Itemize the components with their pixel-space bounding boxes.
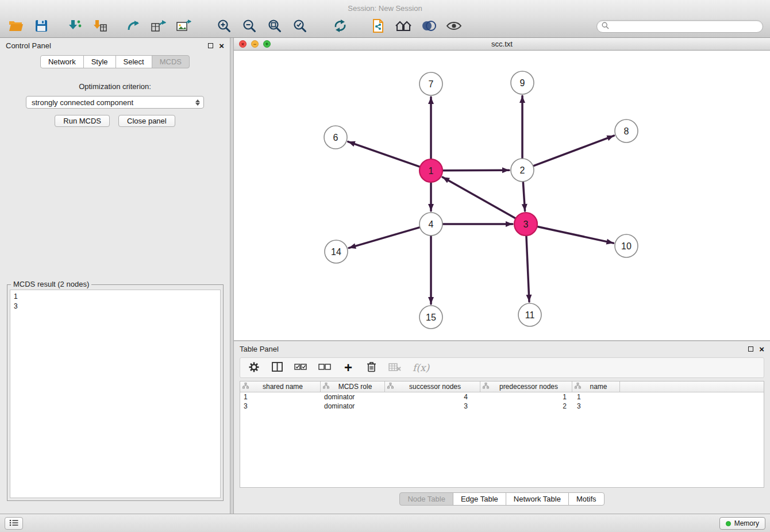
control-panel: Control Panel × NetworkStyleSelectMCDS O… <box>0 38 230 514</box>
node-table[interactable]: shared nameMCDS rolesuccessor nodesprede… <box>240 381 764 488</box>
table-row[interactable]: 3dominator323 <box>240 402 764 411</box>
tab-edge-table[interactable]: Edge Table <box>453 492 506 506</box>
graph-node-label-7: 7 <box>429 79 434 89</box>
tab-motifs[interactable]: Motifs <box>568 492 605 506</box>
graph-node-label-1: 1 <box>429 166 434 176</box>
table-cell: 3 <box>385 402 480 411</box>
image-export-icon <box>176 20 191 34</box>
run-mcds-button[interactable]: Run MCDS <box>55 115 110 127</box>
graph-edge-3-11[interactable] <box>526 236 529 302</box>
zoom-in-button[interactable] <box>214 18 234 36</box>
memory-button[interactable]: Memory <box>719 517 765 530</box>
tab-select[interactable]: Select <box>116 55 152 68</box>
main-toolbar <box>0 16 770 38</box>
export-image-button[interactable] <box>174 18 194 36</box>
column-header-MCDS-role[interactable]: MCDS role <box>321 381 385 392</box>
graph-node-label-11: 11 <box>525 310 535 320</box>
column-header-name[interactable]: name <box>572 381 620 392</box>
table-cell: 3 <box>572 402 620 411</box>
graph-edge-2-8[interactable] <box>534 136 614 166</box>
graph-node-label-6: 6 <box>333 133 338 142</box>
graph-edge-3-10[interactable] <box>538 226 614 243</box>
tab-node-table[interactable]: Node Table <box>399 492 453 506</box>
table-panel: Table Panel × + f(x) shared nameMCDS rol… <box>234 341 770 514</box>
function-builder-button: f(x) <box>413 361 429 375</box>
venn-diagram-button[interactable] <box>418 18 439 36</box>
import-network-button[interactable] <box>64 18 85 36</box>
delete-row-button[interactable] <box>365 361 377 375</box>
column-label: predecessor nodes <box>489 383 572 391</box>
zoom-in-icon <box>217 19 231 34</box>
graph-node-label-10: 10 <box>621 241 632 251</box>
graph-edge-1-6[interactable] <box>348 142 419 167</box>
fx-icon: f(x) <box>413 362 429 373</box>
search-box[interactable] <box>596 20 763 33</box>
column-header-shared-name[interactable]: shared name <box>240 381 321 392</box>
close-window-icon[interactable]: × <box>239 40 247 48</box>
import-table-button[interactable] <box>90 18 110 36</box>
apply-layout-button[interactable] <box>330 18 351 36</box>
show-column-button[interactable] <box>271 361 283 375</box>
open-file-button[interactable] <box>6 18 26 36</box>
deselect-all-button[interactable] <box>318 361 331 375</box>
add-column-button[interactable]: + <box>342 361 354 375</box>
zoom-fit-button[interactable] <box>264 18 285 36</box>
delete-column-button <box>388 361 401 375</box>
table-cell: dominator <box>321 392 385 402</box>
float-panel-icon[interactable] <box>208 43 213 48</box>
column-label: MCDS role <box>329 383 384 391</box>
home-button[interactable] <box>393 18 414 36</box>
control-panel-tabs: NetworkStyleSelectMCDS <box>0 55 230 68</box>
table-float-panel-icon[interactable] <box>748 346 753 352</box>
save-session-button[interactable] <box>31 18 52 36</box>
network-from-table-button[interactable] <box>148 18 169 36</box>
home-icon <box>395 20 412 34</box>
task-history-button[interactable] <box>5 517 23 530</box>
search-input[interactable] <box>612 22 758 30</box>
graph-node-label-14: 14 <box>331 247 341 257</box>
mcds-result-title: MCDS result (2 nodes) <box>11 280 91 288</box>
network-canvas[interactable]: 7968124314101511 <box>234 51 770 340</box>
table-settings-button[interactable] <box>248 361 260 375</box>
delete-table-icon <box>388 363 401 373</box>
graph-edge-1-2[interactable] <box>443 170 509 171</box>
graph-edge-2-3[interactable] <box>523 182 525 211</box>
first-neighbors-button[interactable] <box>123 18 144 36</box>
graph-edge-4-14[interactable] <box>349 228 419 248</box>
eye-button[interactable] <box>444 18 464 36</box>
unchecked-boxes-icon <box>318 364 331 372</box>
tab-mcds[interactable]: MCDS <box>152 55 190 68</box>
minimize-window-icon[interactable]: − <box>251 40 259 48</box>
tab-network[interactable]: Network <box>40 55 84 68</box>
refresh-icon <box>333 20 347 34</box>
network-graph[interactable]: 7968124314101511 <box>234 51 770 340</box>
save-icon <box>35 20 48 34</box>
column-header-predecessor-nodes[interactable]: predecessor nodes <box>480 381 572 392</box>
checked-boxes-icon <box>294 364 307 372</box>
tab-network-table[interactable]: Network Table <box>506 492 569 506</box>
maximize-window-icon[interactable]: + <box>263 40 271 48</box>
edges-layer <box>348 96 614 304</box>
table-cell: 1 <box>480 392 572 402</box>
control-panel-title: Control Panel <box>6 41 208 50</box>
mcds-result-list[interactable]: 13 <box>10 290 221 498</box>
tab-style[interactable]: Style <box>83 55 116 68</box>
table-row[interactable]: 1dominator411 <box>240 392 764 402</box>
duplicate-network-button[interactable] <box>368 18 388 36</box>
list-icon <box>9 519 18 528</box>
close-panel-icon[interactable]: × <box>219 41 224 50</box>
document-share-icon <box>371 19 385 34</box>
table-toolbar: + f(x) <box>240 357 764 378</box>
close-panel-button[interactable]: Close panel <box>118 115 175 127</box>
graph-edge-3-1[interactable] <box>442 177 515 218</box>
import-table-icon <box>93 20 107 34</box>
select-all-button[interactable] <box>294 361 307 375</box>
zoom-selected-button[interactable] <box>290 18 310 36</box>
network-window-titlebar: × − + scc.txt <box>234 38 770 51</box>
zoom-fit-icon <box>268 19 282 34</box>
table-close-panel-icon[interactable]: × <box>759 345 764 353</box>
criterion-dropdown[interactable]: strongly connected component <box>26 96 204 109</box>
column-header-successor-nodes[interactable]: successor nodes <box>385 381 480 392</box>
zoom-out-button[interactable] <box>239 18 260 36</box>
split-view-icon <box>272 362 283 373</box>
